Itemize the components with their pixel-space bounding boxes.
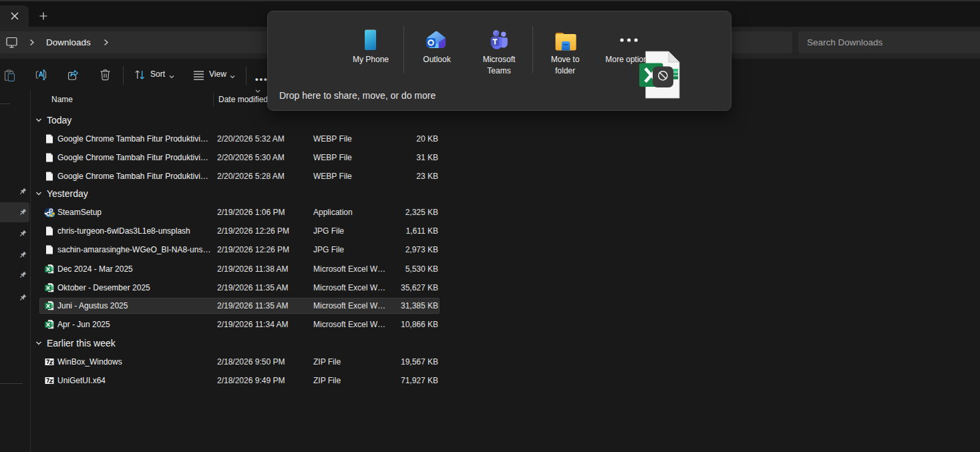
svg-text:A: A (39, 71, 43, 78)
